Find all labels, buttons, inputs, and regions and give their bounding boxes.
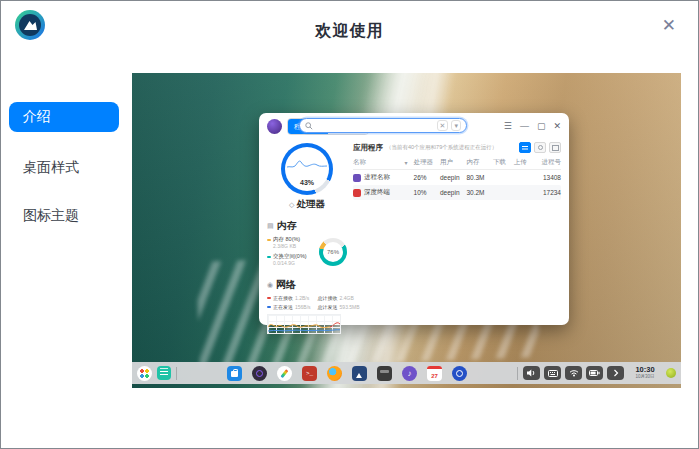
keyboard-icon bbox=[544, 366, 561, 380]
system-tray bbox=[523, 366, 624, 380]
memory-section-title: ▤内存 bbox=[267, 219, 347, 233]
monitor-titlebar: 程序进程 系统服务 ✕ ▾ ☰ — ▢ bbox=[259, 113, 569, 139]
memory-gauge: 76% bbox=[319, 238, 347, 266]
dock: >_ ♪ 27 bbox=[132, 362, 681, 384]
maximize-icon: ▢ bbox=[537, 121, 546, 131]
swap-usage-stat: 交换空间(0%) 0.0/14.9G bbox=[267, 253, 319, 266]
control-center-icon bbox=[452, 366, 467, 381]
network-chart bbox=[267, 314, 341, 334]
memory-percent: 76% bbox=[319, 238, 347, 266]
minimize-icon: — bbox=[520, 121, 529, 131]
calendar-icon: 27 bbox=[427, 366, 442, 381]
network-stats: 正在接收1.2B/s 总计接收 2.4GB 正在发送156B/s 总计发送 59… bbox=[267, 295, 347, 310]
table-title: 应用程序 bbox=[353, 143, 383, 153]
memory-stats: 内存 80(%) 2.3/8G KB 交换空间(0%) 0.0/14.9G bbox=[267, 236, 319, 270]
sidebar-item-icon-theme[interactable]: 图标主题 bbox=[9, 201, 119, 231]
search-controls: ✕ ▾ bbox=[437, 120, 461, 131]
sort-arrow-icon: ▾ bbox=[405, 159, 408, 166]
monitor-stats-panel: 43% ◇处理器 ▤内存 内存 80(%) 2.3/8G KB bbox=[259, 139, 351, 325]
search-icon bbox=[305, 122, 313, 130]
system-monitor-window: 程序进程 系统服务 ✕ ▾ ☰ — ▢ bbox=[259, 113, 569, 325]
recv-bullet-icon bbox=[267, 297, 271, 299]
memory-bullet-icon bbox=[267, 239, 271, 241]
cpu-percent: 43% bbox=[281, 179, 333, 186]
cpu-gauge: 43% bbox=[281, 143, 333, 195]
dock-app-icons: >_ ♪ 27 bbox=[227, 366, 467, 381]
desktop-preview-image: 程序进程 系统服务 ✕ ▾ ☰ — ▢ bbox=[132, 73, 681, 388]
gallery-icon bbox=[352, 366, 367, 381]
firefox-icon bbox=[327, 366, 342, 381]
menu-icon: ☰ bbox=[504, 121, 512, 131]
memory-icon: ▤ bbox=[267, 222, 274, 230]
sidebar-item-desktop-style[interactable]: 桌面样式 bbox=[9, 153, 119, 183]
system-monitor-app-icon bbox=[267, 119, 282, 134]
printer-icon bbox=[377, 366, 392, 381]
window-close-icon: ✕ bbox=[553, 121, 561, 131]
draw-icon bbox=[277, 366, 292, 381]
diamond-icon: ◇ bbox=[289, 201, 294, 208]
battery-icon bbox=[586, 366, 603, 380]
dock-separator bbox=[176, 367, 177, 380]
cpu-history-chart bbox=[287, 156, 327, 172]
calendar-day: 27 bbox=[431, 371, 438, 381]
sidebar-item-introduction[interactable]: 介绍 bbox=[9, 102, 119, 132]
swap-bullet-icon bbox=[267, 256, 271, 258]
table-subtitle: （当前有40个应用和79个系统进程正在运行） bbox=[386, 144, 516, 151]
network-section-title: ◉网络 bbox=[267, 278, 347, 292]
camera-icon bbox=[252, 366, 267, 381]
file-manager-icon bbox=[157, 366, 171, 380]
app-store-icon bbox=[227, 366, 242, 381]
page-title: 欢迎使用 bbox=[1, 21, 698, 42]
network-icon: ◉ bbox=[267, 281, 273, 289]
view-mode-switcher bbox=[519, 142, 561, 153]
view-mode-user-icon bbox=[534, 142, 546, 153]
process-app-icon bbox=[353, 189, 361, 197]
volume-icon bbox=[523, 366, 540, 380]
dock-separator bbox=[517, 367, 518, 380]
search-clear-icon: ✕ bbox=[437, 120, 449, 131]
trash-icon bbox=[666, 368, 676, 378]
table-header-row: 名称 ▾ 处理器 用户 内存 下载 上传 进程号 bbox=[353, 156, 561, 170]
launcher-icon bbox=[137, 366, 152, 381]
search-dropdown-icon: ▾ bbox=[451, 120, 461, 131]
memory-usage-stat: 内存 80(%) 2.3/8G KB bbox=[267, 236, 319, 249]
tray-collapse-icon bbox=[607, 366, 624, 380]
close-icon[interactable]: ✕ bbox=[662, 17, 676, 34]
cpu-label: ◇处理器 bbox=[267, 198, 347, 211]
view-mode-list-icon bbox=[519, 142, 531, 153]
music-icon: ♪ bbox=[402, 366, 417, 381]
monitor-window-controls: ☰ — ▢ ✕ bbox=[504, 121, 561, 131]
table-row: 深度终端 10% deepin 30.2M 17234 bbox=[353, 185, 561, 200]
monitor-search-input: ✕ ▾ bbox=[299, 118, 467, 133]
process-app-icon bbox=[353, 174, 361, 182]
table-row: 进程名称 26% deepin 80.3M 13408 bbox=[353, 170, 561, 185]
wifi-icon bbox=[565, 366, 582, 380]
send-bullet-icon bbox=[267, 306, 271, 308]
clock-date: 10月30日 bbox=[629, 375, 661, 380]
process-table: 应用程序 （当前有40个应用和79个系统进程正在运行） 名称 ▾ 处理器 用户 bbox=[351, 139, 569, 325]
terminal-icon: >_ bbox=[302, 366, 317, 381]
view-mode-all-icon bbox=[549, 142, 561, 153]
dock-clock: 10:30 10月30日 bbox=[629, 366, 661, 379]
